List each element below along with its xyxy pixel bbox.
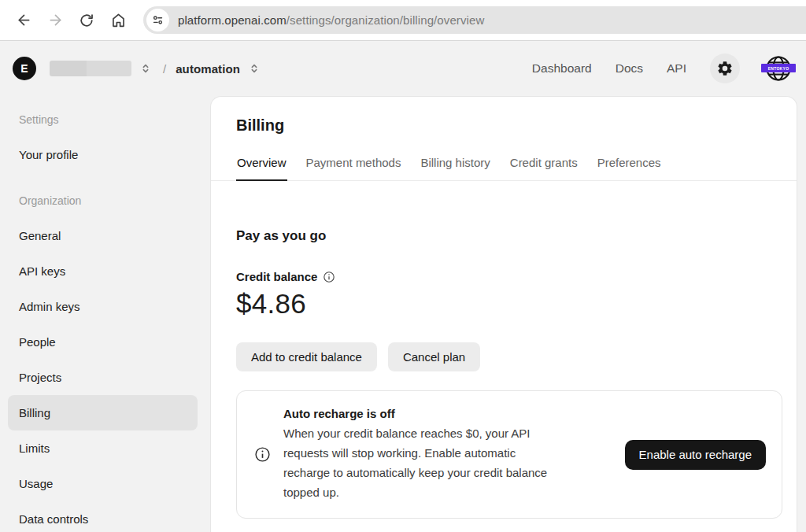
sidebar-item-billing[interactable]: Billing	[8, 395, 198, 430]
auto-recharge-title: Auto recharge is off	[283, 407, 553, 420]
credit-balance-info-button[interactable]	[323, 271, 335, 283]
chevron-up-down-icon	[248, 62, 261, 75]
sidebar-item-limits[interactable]: Limits	[8, 430, 198, 466]
overview-tab-content: Pay as you go Credit balance $4.86 Add t…	[211, 228, 797, 519]
back-icon	[16, 12, 32, 28]
sidebar-item-usage[interactable]: Usage	[8, 466, 198, 501]
sidebar-section-organization: Organization	[8, 183, 198, 218]
back-button[interactable]	[8, 5, 39, 36]
sidebar-item-people[interactable]: People	[8, 324, 198, 360]
tab-payment-methods[interactable]: Payment methods	[305, 156, 402, 181]
info-icon	[323, 271, 335, 283]
project-switcher-button[interactable]	[246, 61, 262, 76]
sidebar-item-data-controls[interactable]: Data controls	[8, 501, 198, 532]
billing-content-panel: Billing Overview Payment methods Billing…	[210, 96, 797, 532]
site-settings-icon	[151, 13, 165, 27]
address-bar[interactable]: platform.openai.com/settings/organizatio…	[143, 6, 806, 34]
app-header: E / automation Dashboard Docs API ENTOKY…	[0, 41, 806, 96]
url-text: platform.openai.com/settings/organizatio…	[178, 13, 484, 27]
profile-avatar-button[interactable]: ENTOKYO	[763, 54, 793, 83]
gear-icon	[716, 60, 734, 77]
profile-badge: ENTOKYO	[761, 64, 796, 72]
sidebar-item-your-profile[interactable]: Your profile	[8, 137, 198, 172]
tab-billing-history[interactable]: Billing history	[420, 156, 490, 181]
nav-api-link[interactable]: API	[667, 61, 686, 76]
sidebar-item-api-keys[interactable]: API keys	[8, 253, 198, 289]
forward-icon	[47, 12, 64, 28]
auto-recharge-description: When your credit balance reaches $0, you…	[283, 423, 553, 502]
org-avatar[interactable]: E	[13, 57, 36, 80]
forward-button[interactable]	[39, 5, 71, 36]
enable-auto-recharge-button[interactable]: Enable auto recharge	[625, 440, 766, 470]
cancel-plan-button[interactable]: Cancel plan	[388, 342, 480, 371]
settings-gear-button[interactable]	[710, 54, 740, 83]
add-to-credit-balance-button[interactable]: Add to credit balance	[236, 342, 377, 371]
credit-balance-amount: $4.86	[236, 288, 797, 320]
nav-dashboard-link[interactable]: Dashboard	[532, 61, 592, 76]
tab-preferences[interactable]: Preferences	[597, 156, 662, 181]
info-icon	[254, 446, 271, 463]
org-switcher-button[interactable]	[138, 61, 153, 76]
site-settings-button[interactable]	[146, 9, 169, 31]
auto-recharge-card: Auto recharge is off When your credit ba…	[236, 390, 782, 519]
org-name-redacted[interactable]	[50, 61, 131, 76]
breadcrumb-separator: /	[163, 62, 166, 76]
browser-toolbar: platform.openai.com/settings/organizatio…	[0, 0, 806, 41]
billing-tabs: Overview Payment methods Billing history…	[211, 156, 797, 181]
home-button[interactable]	[102, 5, 134, 36]
plan-heading: Pay as you go	[236, 228, 797, 244]
nav-docs-link[interactable]: Docs	[616, 61, 643, 76]
chevron-up-down-icon	[139, 62, 152, 75]
settings-sidebar: Settings Your profile Organization Gener…	[0, 96, 210, 532]
sidebar-section-settings: Settings	[8, 102, 198, 137]
url-path: /settings/organization/billing/overview	[287, 13, 485, 27]
page-title: Billing	[211, 116, 797, 135]
home-icon	[110, 12, 127, 28]
sidebar-item-admin-keys[interactable]: Admin keys	[8, 289, 198, 324]
sidebar-item-projects[interactable]: Projects	[8, 360, 198, 395]
reload-icon	[79, 13, 94, 28]
project-name: automation	[176, 62, 240, 76]
reload-button[interactable]	[71, 5, 102, 36]
credit-balance-label: Credit balance	[236, 270, 317, 283]
tab-credit-grants[interactable]: Credit grants	[509, 156, 579, 181]
tab-overview[interactable]: Overview	[236, 156, 287, 181]
url-host: platform.openai.com	[178, 13, 287, 27]
sidebar-item-general[interactable]: General	[8, 218, 198, 253]
